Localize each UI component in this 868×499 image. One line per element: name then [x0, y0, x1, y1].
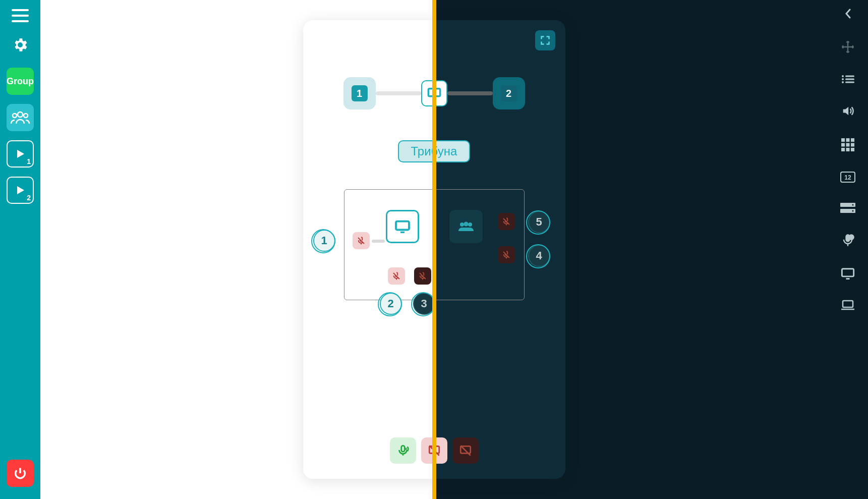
mic-off-icon — [502, 217, 511, 226]
seat-4-mic-muted[interactable] — [498, 246, 515, 263]
mic-off-icon — [392, 271, 401, 281]
svg-point-5 — [24, 114, 28, 118]
mic-on-icon — [396, 444, 410, 457]
chevron-left-icon — [844, 8, 851, 19]
group-button-label: Group — [7, 76, 34, 87]
main-stage-area: 1 2 Трибуна — [40, 0, 828, 499]
gear-icon — [12, 36, 29, 53]
volume-tool[interactable] — [840, 104, 855, 118]
svg-text:i: i — [851, 236, 852, 240]
svg-rect-40 — [842, 269, 853, 276]
svg-point-36 — [852, 210, 854, 212]
seat-5-mic-muted[interactable] — [498, 213, 515, 230]
grid-tool[interactable] — [840, 138, 855, 151]
svg-point-18 — [842, 78, 844, 80]
seat-2[interactable]: 2 — [380, 293, 402, 315]
svg-rect-22 — [841, 138, 845, 142]
mic-off-icon — [502, 250, 511, 259]
svg-rect-0 — [12, 9, 29, 11]
svg-point-16 — [842, 75, 844, 77]
speaker-icon — [841, 104, 855, 118]
monitor-icon — [394, 220, 411, 233]
display-1-button[interactable]: 1 — [343, 77, 376, 109]
screen-off-icon — [459, 444, 472, 457]
scene-2-sub: 2 — [27, 194, 31, 202]
svg-marker-6 — [17, 150, 24, 158]
svg-point-10 — [460, 223, 464, 227]
list-tool[interactable] — [840, 75, 855, 84]
right-tool-sidebar: 12 i — [828, 0, 868, 499]
svg-point-11 — [464, 222, 468, 227]
power-button[interactable] — [7, 460, 34, 487]
svg-point-12 — [468, 223, 472, 227]
seat-1-mic-muted[interactable] — [353, 232, 370, 249]
no-present-button-dark[interactable] — [452, 437, 479, 464]
settings-button[interactable] — [7, 31, 34, 59]
stage-group-button[interactable] — [449, 210, 483, 243]
mic-info-icon: i — [841, 233, 855, 247]
laptop-icon — [840, 300, 855, 311]
svg-rect-21 — [845, 82, 854, 83]
svg-rect-13 — [401, 446, 404, 452]
seat-4[interactable]: 4 — [528, 245, 550, 267]
svg-marker-7 — [17, 186, 24, 194]
left-sidebar: Group 1 2 — [0, 0, 40, 499]
svg-rect-23 — [846, 138, 850, 142]
laptop-tool[interactable] — [840, 300, 855, 311]
svg-rect-30 — [851, 148, 854, 151]
device-rack-icon — [840, 203, 855, 213]
device-tool[interactable] — [840, 203, 855, 213]
svg-rect-2 — [12, 20, 29, 22]
move-tool[interactable] — [840, 39, 855, 54]
svg-rect-17 — [845, 76, 854, 77]
svg-rect-24 — [851, 138, 854, 142]
play-icon — [15, 185, 25, 195]
monitor-tool[interactable] — [840, 267, 855, 280]
scene-1-sub: 1 — [27, 157, 31, 165]
people-icon — [10, 110, 30, 125]
theme-split-divider[interactable] — [432, 0, 436, 499]
svg-text:12: 12 — [844, 174, 851, 181]
svg-point-20 — [842, 81, 844, 83]
svg-point-4 — [13, 114, 17, 118]
calendar12-icon: 12 — [840, 172, 855, 183]
mic-on-all-button[interactable] — [390, 437, 416, 464]
expand-icon — [540, 35, 550, 45]
group-button[interactable]: Group — [7, 68, 34, 95]
move-icon — [840, 39, 855, 54]
participants-button[interactable] — [7, 104, 34, 131]
svg-rect-28 — [841, 148, 845, 151]
counter-tool[interactable]: 12 — [840, 172, 855, 183]
seat-1[interactable]: 1 — [313, 230, 335, 252]
svg-rect-27 — [851, 143, 854, 147]
seat-5[interactable]: 5 — [528, 211, 550, 233]
svg-rect-26 — [846, 143, 850, 147]
svg-rect-1 — [12, 15, 29, 17]
mic-off-icon — [357, 236, 366, 245]
svg-rect-29 — [846, 148, 850, 151]
svg-rect-25 — [841, 143, 845, 147]
list-icon — [841, 75, 854, 84]
menu-toggle-button[interactable] — [7, 9, 34, 22]
svg-point-35 — [852, 204, 854, 206]
connection-line — [447, 91, 493, 95]
play-icon — [15, 149, 25, 159]
stage-display-button[interactable] — [386, 210, 419, 243]
display-2-number: 2 — [501, 85, 517, 101]
display-1-number: 1 — [352, 85, 368, 101]
svg-rect-9 — [396, 221, 409, 230]
display-2-button[interactable]: 2 — [493, 77, 525, 109]
svg-rect-19 — [845, 79, 854, 80]
svg-point-3 — [18, 112, 23, 117]
mic-info-tool[interactable]: i — [840, 233, 855, 247]
scene-2-button[interactable]: 2 — [7, 177, 34, 204]
collapse-right-button[interactable] — [840, 8, 855, 19]
scene-1-button[interactable]: 1 — [7, 140, 34, 168]
group-icon — [457, 221, 475, 232]
seat-2-mic-muted[interactable] — [388, 267, 405, 285]
seat-3-mic-muted[interactable] — [414, 267, 431, 285]
mic-off-icon — [418, 271, 427, 281]
svg-rect-41 — [843, 301, 853, 307]
fullscreen-button[interactable] — [535, 30, 555, 50]
hamburger-icon — [12, 9, 29, 22]
